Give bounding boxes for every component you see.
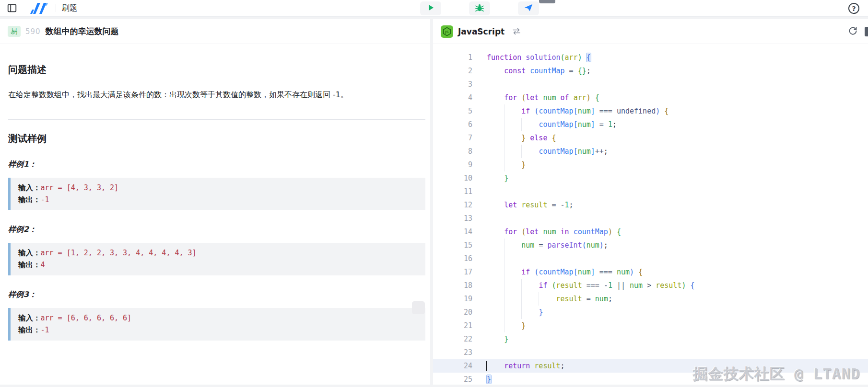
code-token: ( [521,228,526,236]
output-value: -1 [41,195,49,204]
code-token: { [578,67,582,75]
code-line: 18 if (result === -1 || num > result) { [433,279,868,292]
help-icon[interactable]: ? [848,3,859,14]
line-number[interactable]: 8 [433,145,472,158]
language-label: JavaScript [458,27,504,36]
line-number[interactable]: 13 [433,212,472,225]
juejin-logo-icon[interactable] [29,2,48,14]
code-line: 19 result = num; [433,292,868,306]
app-title: 刷题 [62,3,77,13]
topbar: 刷题 [0,0,868,17]
code-text: for (let num of arr) { [487,91,599,104]
line-number[interactable]: 15 [433,239,472,252]
code-token: ; [612,120,617,129]
code-token: ; [569,201,574,209]
line-number[interactable]: 5 [433,104,472,118]
line-number[interactable]: 1 [433,51,472,64]
text-cursor [486,361,487,371]
code-line: 20 } [433,306,868,319]
indent-guide [487,346,487,359]
line-number[interactable]: 10 [433,171,472,185]
line-number[interactable]: 25 [433,373,472,385]
example-label: 样例2： [8,225,425,235]
code-token: else [530,134,547,142]
line-number[interactable]: 24 [433,359,472,373]
line-number[interactable]: 11 [433,185,472,198]
indent-guide [539,292,539,306]
editor-actions [420,1,539,15]
line-number[interactable]: 23 [433,346,472,359]
code-token: } [521,321,526,330]
line-number[interactable]: 21 [433,319,472,332]
line-number[interactable]: 2 [433,64,472,78]
output-label: 输出： [18,195,41,204]
line-number[interactable]: 14 [433,225,472,239]
example-input-line: 输入：arr = [6, 6, 6, 6, 6] [18,312,418,324]
code-token: arr [565,53,578,62]
reset-code-button[interactable] [848,26,858,37]
submit-button[interactable] [518,1,539,15]
code-line: 4 for (let num of arr) { [433,91,868,104]
line-number[interactable]: 19 [433,292,472,306]
indent-guide [504,279,504,292]
code-token: num [578,147,591,156]
run-button[interactable] [420,1,441,15]
code-token: num [578,268,591,276]
code-text: } [487,158,526,171]
code-token: num [543,93,556,102]
line-number[interactable]: 22 [433,332,472,346]
code-token: solution [526,53,560,62]
line-number[interactable]: 3 [433,78,472,91]
swap-language-icon[interactable] [512,28,521,35]
line-number[interactable]: 16 [433,252,472,265]
code-token: ) [656,107,660,115]
tooltip-remnant [539,0,555,3]
code-line: 8 countMap[num]++; [433,145,868,158]
code-token: result [556,281,582,290]
line-number[interactable]: 6 [433,118,472,131]
line-number[interactable]: 17 [433,265,472,279]
language-selector[interactable]: JS JavaScript [441,25,521,38]
code-text: function solution(arr) { [487,51,591,64]
indent-guide [504,158,504,171]
line-number[interactable]: 12 [433,198,472,212]
difficulty-badge: 易 [8,26,21,37]
sidebar-toggle-icon[interactable] [7,3,17,13]
line-number[interactable]: 9 [433,158,472,171]
code-token: countMap [539,120,573,129]
clipped-edge-icon[interactable] [865,27,868,36]
indent-guide [504,292,504,306]
indent-guide [504,265,504,279]
code-text: for (let num in countMap) { [487,225,621,239]
code-line: 11 [433,185,868,198]
code-line: 6 countMap[num] = 1; [433,118,868,131]
indent-guide [521,279,522,292]
code-token: } [521,160,526,169]
code-token: } [539,308,543,317]
code-token: ++ [595,147,604,156]
example-label: 样例1： [8,159,425,170]
code-line: 25} [433,373,868,385]
line-number[interactable]: 20 [433,306,472,319]
code-token: ( [582,241,586,250]
line-number[interactable]: 18 [433,279,472,292]
code-token: if [521,107,530,115]
output-label: 输出： [18,261,41,269]
code-token: - [561,201,565,209]
debug-button[interactable] [469,1,490,15]
paper-plane-icon [524,3,533,14]
code-token: ( [521,93,526,102]
code-editor[interactable]: 掘金技术社区 @ LTAND 1function solution(arr) {… [433,44,868,385]
section-divider [8,119,425,120]
indent-guide [487,239,487,252]
refresh-icon [848,26,858,37]
panel-scroll-indicator[interactable] [412,301,425,314]
code-token: [ [574,147,578,156]
code-text: return result; [487,359,565,373]
line-number[interactable]: 7 [433,131,472,145]
code-text: result = num; [487,292,612,306]
code-token: for [504,93,517,102]
line-number[interactable]: 4 [433,91,472,104]
indent-guide [504,239,504,252]
indent-guide [487,225,487,239]
